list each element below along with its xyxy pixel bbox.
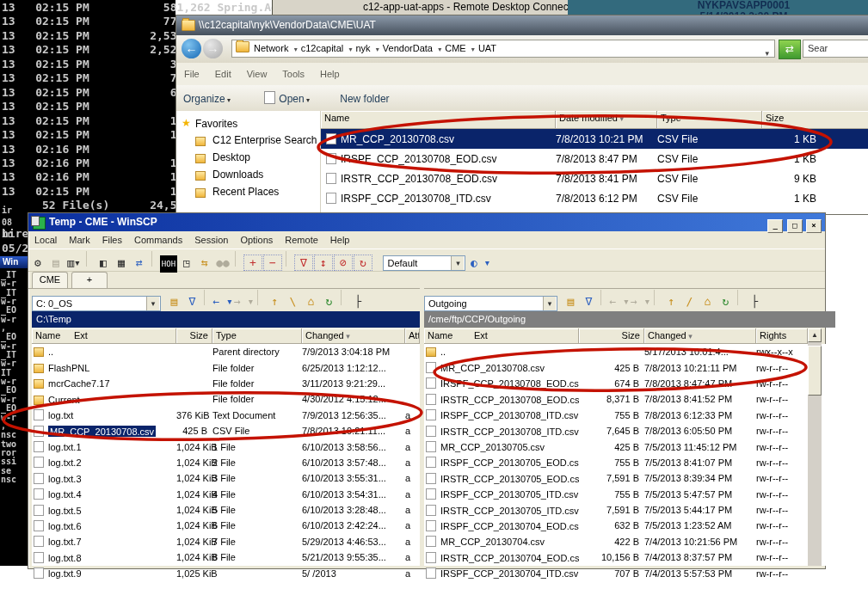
IRSPF_CCP_20130705_EOD.csv[interactable]: IRSPF_CCP_20130705_EOD.csv 755 B 7/5/201…: [424, 455, 808, 470]
IRSPF_CCP_20130708_EOD.csv[interactable]: IRSPF_CCP_20130708_EOD.csv 674 B 7/8/201…: [424, 376, 808, 391]
separator[interactable]: [86, 251, 92, 267]
MR_CCP_20130704.csv[interactable]: MR_CCP_20130704.csv 422 B 7/4/2013 10:21…: [424, 534, 808, 549]
search-input[interactable]: Sear: [803, 40, 868, 58]
..[interactable]: .. 5/17/2013 10:01:4... rwx--x--x: [424, 344, 808, 359]
Current[interactable]: Current File folder 4/30/2012 4:15:12...: [32, 391, 420, 407]
local-path-bar[interactable]: C:\Temp: [32, 311, 420, 328]
queue-button[interactable]: ▤: [47, 255, 65, 272]
back-button[interactable]: ← ▾: [609, 293, 629, 310]
mcrCache7.17[interactable]: mcrCache7.17 File folder 3/11/2013 9:21:…: [32, 376, 420, 391]
IRSPF_CCP_20130704_EOD.csv[interactable]: IRSPF_CCP_20130704_EOD.csv 632 B 7/5/201…: [424, 518, 808, 533]
IRSTR_CCP_20130705_ITD.csv[interactable]: IRSTR_CCP_20130705_ITD.csv 7,591 B 7/5/2…: [424, 502, 808, 518]
tree-item-recent-places[interactable]: Recent Places: [176, 183, 320, 200]
IRSTR_CCP_20130708_EOD.csv[interactable]: IRSTR_CCP_20130708_EOD.csv 7/8/2013 8:41…: [321, 169, 868, 188]
column-header-size[interactable]: Size: [762, 111, 868, 129]
tab-cme[interactable]: CME: [32, 272, 68, 288]
new-session-button[interactable]: ◳: [178, 255, 195, 272]
commander-view-button[interactable]: ◧: [95, 255, 112, 272]
refresh-button[interactable]: ⇄: [779, 40, 801, 59]
menu-item[interactable]: Session: [188, 233, 234, 247]
column-header-changed[interactable]: Changed: [302, 328, 405, 344]
explorer-titlebar[interactable]: \\c12capital\nyk\VendorData\CME\UAT: [176, 15, 868, 35]
column-header-size[interactable]: Size: [579, 328, 644, 344]
root-directory-button[interactable]: /: [680, 293, 698, 310]
refresh-button[interactable]: ↻: [320, 293, 337, 310]
open-button[interactable]: Open: [257, 85, 317, 105]
MR_CCP_20130708.csv[interactable]: MR_CCP_20130708.csv 425 B CSV File 7/8/2…: [32, 423, 420, 439]
log.txt.8[interactable]: log.txt.8 1,024 KiB 8 File 5/21/2013 9:5…: [32, 549, 420, 565]
separator[interactable]: [600, 290, 606, 305]
IRSTR_CCP_20130704_EOD.csv[interactable]: IRSTR_CCP_20130704_EOD.csv 10,156 B 7/4/…: [424, 549, 808, 565]
column-header-date-modified[interactable]: Date modified: [556, 111, 657, 129]
menu-item[interactable]: Help: [324, 233, 356, 247]
clipboard-button[interactable]: ▥▾: [65, 255, 83, 272]
filter-button[interactable]: ∇: [580, 293, 597, 310]
new-folder-button[interactable]: New folder: [333, 87, 396, 105]
open-directory-button[interactable]: ▤: [165, 293, 182, 310]
forward-button[interactable]: → ▾: [234, 293, 254, 310]
breadcrumb-item[interactable]: Network: [252, 43, 299, 53]
menu-item[interactable]: Edit: [207, 63, 239, 79]
column-header-type[interactable]: Type: [212, 328, 302, 344]
IRSTR_CCP_20130708_EOD.csv[interactable]: IRSTR_CCP_20130708_EOD.csv 8,371 B 7/8/2…: [424, 391, 808, 407]
menu-item[interactable]: View: [239, 63, 275, 79]
tree-button[interactable]: ├: [746, 293, 763, 310]
separator[interactable]: [286, 251, 292, 267]
local-drive-combo[interactable]: C: 0_OS: [32, 296, 161, 311]
column-header-name[interactable]: NameExt: [32, 328, 176, 344]
column-header-name[interactable]: Name: [321, 111, 556, 129]
column-header-changed[interactable]: Changed: [644, 328, 756, 344]
address-breadcrumb[interactable]: Networkc12capitalnykVendorDataCMEUAT ▾: [231, 40, 775, 58]
back-button[interactable]: ← ▾: [212, 293, 232, 310]
menu-item[interactable]: Files: [96, 233, 128, 247]
favorites-node[interactable]: ★ Favorites: [176, 111, 320, 132]
column-header-type[interactable]: Type: [657, 111, 762, 129]
remote-directory-combo[interactable]: Outgoing: [424, 296, 557, 311]
open-directory-button[interactable]: ▤: [562, 293, 579, 310]
winscp-titlebar[interactable]: Temp - CME - WinSCP _ □ ×: [28, 213, 825, 231]
menu-item[interactable]: Remote: [279, 233, 324, 247]
filter-button[interactable]: ∇: [183, 293, 200, 310]
synchronize-button[interactable]: ⇆: [196, 255, 213, 272]
log.txt.6[interactable]: log.txt.6 1,024 KiB 6 File 6/10/2013 2:4…: [32, 518, 420, 533]
menu-item[interactable]: File: [176, 63, 207, 79]
separator[interactable]: [235, 251, 241, 267]
breadcrumb-item[interactable]: VendorData: [381, 43, 443, 53]
root-directory-button[interactable]: \: [284, 293, 301, 310]
invert-selection-button[interactable]: ↻: [354, 255, 372, 271]
organize-button[interactable]: Organize: [176, 87, 237, 105]
separator[interactable]: [737, 290, 743, 305]
menu-item[interactable]: Options: [234, 233, 279, 247]
IRSPF_CCP_20130708_ITD.csv[interactable]: IRSPF_CCP_20130708_ITD.csv 755 B 7/8/201…: [424, 408, 808, 423]
unselect-files-button[interactable]: −: [263, 255, 282, 271]
IRSTR_CCP_20130708_ITD.csv[interactable]: IRSTR_CCP_20130708_ITD.csv 7,645 B 7/8/2…: [424, 423, 808, 439]
column-header-rights[interactable]: Rights: [756, 328, 808, 344]
MR_CCP_20130708.csv[interactable]: MR_CCP_20130708.csv 7/8/2013 10:21 PM CS…: [321, 129, 868, 149]
forward-button[interactable]: →: [203, 39, 223, 58]
log.txt.1[interactable]: log.txt.1 1,024 KiB 1 File 6/10/2013 3:5…: [32, 439, 420, 454]
..[interactable]: .. Parent directory 7/9/2013 3:04:18 PM: [32, 344, 420, 359]
IRSPF_CCP_20130705_ITD.csv[interactable]: IRSPF_CCP_20130705_ITD.csv 755 B 7/5/201…: [424, 487, 808, 502]
select-files-button[interactable]: +: [243, 255, 262, 271]
home-directory-button[interactable]: ⌂: [699, 293, 716, 310]
refresh-button[interactable]: ↻: [717, 293, 734, 310]
menu-item[interactable]: Tools: [274, 63, 312, 79]
separator[interactable]: [257, 290, 263, 305]
compare-directories-button[interactable]: ↕: [314, 255, 333, 271]
IRSPF_CCP_20130708_ITD.csv[interactable]: IRSPF_CCP_20130708_ITD.csv 7/8/2013 6:12…: [321, 188, 868, 208]
log.txt.9[interactable]: log.txt.9 1,025 KiB 5/ /2013 a: [32, 565, 420, 580]
tree-item-desktop[interactable]: Desktop: [176, 149, 320, 166]
transfer-settings-button[interactable]: ◐ ▾: [471, 255, 490, 272]
IRSPF_CCP_20130708_EOD.csv[interactable]: IRSPF_CCP_20130708_EOD.csv 7/8/2013 8:47…: [321, 149, 868, 169]
address-dropdown-icon[interactable]: ▾: [765, 45, 769, 58]
column-header-name[interactable]: NameExt: [424, 328, 579, 344]
parent-directory-button[interactable]: ↑: [662, 293, 680, 310]
log.txt.4[interactable]: log.txt.4 1,024 KiB 4 File 6/10/2013 3:5…: [32, 487, 420, 502]
breadcrumb-item[interactable]: CME: [443, 43, 477, 53]
parent-directory-button[interactable]: ↑: [266, 293, 283, 310]
back-button[interactable]: ←: [182, 39, 201, 58]
filter-button[interactable]: ∇: [294, 255, 313, 271]
column-header-attr[interactable]: Attr: [405, 328, 420, 344]
FlashPNL[interactable]: FlashPNL File folder 6/25/2013 1:12:12..…: [32, 359, 420, 375]
log.txt.2[interactable]: log.txt.2 1,024 KiB 2 File 6/10/2013 3:5…: [32, 455, 420, 470]
